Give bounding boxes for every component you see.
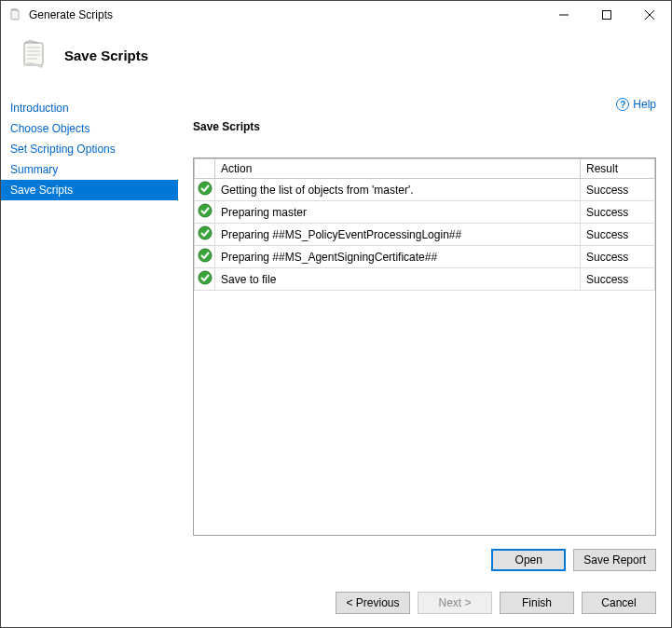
save-report-button[interactable]: Save Report: [573, 549, 656, 571]
table-row[interactable]: Preparing ##MS_AgentSigningCertificate##…: [195, 246, 655, 268]
help-icon: ?: [616, 98, 629, 111]
table-row[interactable]: Preparing ##MS_PolicyEventProcessingLogi…: [195, 224, 655, 246]
cell-result: Success: [581, 268, 655, 291]
sidebar-item-save-scripts[interactable]: Save Scripts: [1, 180, 178, 200]
success-icon: [195, 179, 215, 201]
svg-point-10: [199, 182, 212, 195]
success-icon: [195, 201, 215, 224]
close-button[interactable]: [628, 1, 671, 29]
minimize-button[interactable]: [542, 1, 585, 29]
main: ? Help Save Scripts Action Result Gettin…: [178, 87, 671, 571]
cell-result: Success: [581, 224, 655, 246]
cell-action: Preparing master: [215, 201, 581, 224]
cell-result: Success: [581, 201, 655, 224]
svg-point-13: [199, 249, 212, 262]
svg-point-11: [199, 204, 212, 217]
cancel-button[interactable]: Cancel: [582, 592, 656, 614]
footer-buttons: < Previous Next > Finish Cancel: [1, 571, 671, 627]
finish-button[interactable]: Finish: [500, 592, 574, 614]
table-row[interactable]: Getting the list of objects from 'master…: [195, 179, 655, 201]
body: Introduction Choose Objects Set Scriptin…: [1, 87, 671, 571]
svg-rect-5: [24, 43, 43, 65]
cell-action: Preparing ##MS_AgentSigningCertificate##: [215, 246, 581, 268]
main-buttons: Open Save Report: [193, 536, 656, 571]
window-controls: [542, 1, 671, 29]
window: Generate Scripts Sav: [0, 0, 672, 628]
cell-action: Preparing ##MS_PolicyEventProcessingLogi…: [215, 224, 581, 246]
open-button[interactable]: Open: [491, 549, 566, 571]
success-icon: [195, 268, 215, 291]
sidebar-item-choose-objects[interactable]: Choose Objects: [1, 118, 178, 139]
help-row: ? Help: [193, 98, 656, 111]
scroll-icon: [16, 36, 53, 74]
sidebar: Introduction Choose Objects Set Scriptin…: [1, 87, 178, 571]
sidebar-item-introduction[interactable]: Introduction: [1, 98, 178, 118]
next-button: Next >: [418, 592, 492, 614]
success-icon: [195, 224, 215, 246]
help-label: Help: [633, 98, 656, 111]
window-title: Generate Scripts: [29, 8, 542, 21]
success-icon: [195, 246, 215, 268]
app-icon: [8, 7, 23, 22]
col-header-result[interactable]: Result: [581, 159, 655, 179]
section-title: Save Scripts: [193, 120, 656, 133]
previous-button[interactable]: < Previous: [336, 592, 410, 614]
header: Save Scripts: [1, 29, 671, 87]
results-grid: Action Result Getting the list of object…: [193, 157, 656, 536]
page-title: Save Scripts: [64, 48, 148, 63]
cell-result: Success: [581, 246, 655, 268]
svg-rect-2: [603, 11, 611, 20]
cell-action: Save to file: [215, 268, 581, 291]
maximize-button[interactable]: [585, 1, 628, 29]
col-header-action[interactable]: Action: [215, 159, 581, 179]
svg-rect-0: [11, 10, 19, 20]
sidebar-item-set-scripting-options[interactable]: Set Scripting Options: [1, 139, 178, 159]
help-link[interactable]: ? Help: [616, 98, 656, 111]
cell-action: Getting the list of objects from 'master…: [215, 179, 581, 201]
titlebar: Generate Scripts: [1, 1, 671, 29]
table-row[interactable]: Save to fileSuccess: [195, 268, 655, 291]
sidebar-item-summary[interactable]: Summary: [1, 159, 178, 180]
svg-point-14: [199, 271, 212, 284]
svg-point-12: [199, 226, 212, 239]
cell-result: Success: [581, 179, 655, 201]
table-row[interactable]: Preparing masterSuccess: [195, 201, 655, 224]
col-header-status: [195, 159, 215, 179]
